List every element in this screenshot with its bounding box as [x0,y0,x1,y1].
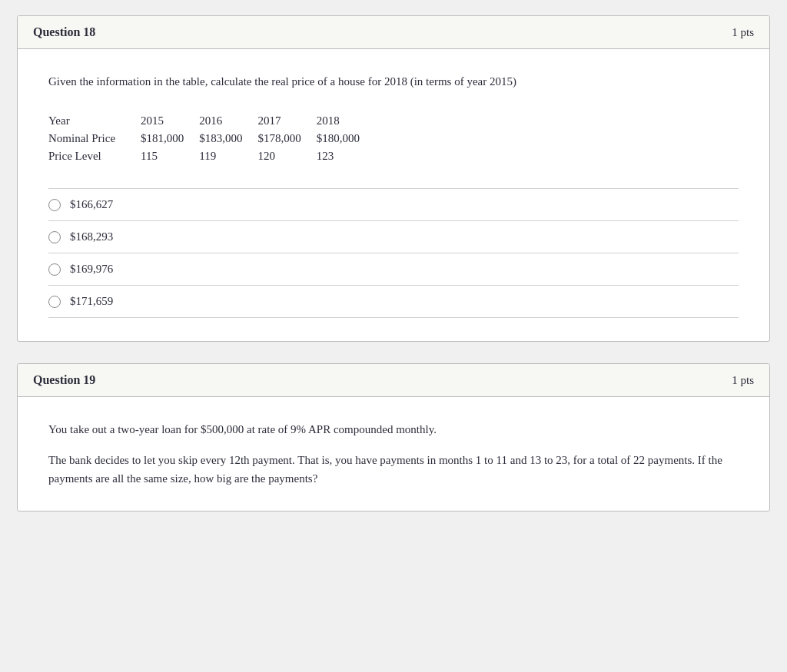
question-18-title: Question 18 [33,25,95,39]
table-row-year: Year 2015 2016 2017 2018 [48,112,375,130]
table-cell-nominal-label: Nominal Price [48,130,141,147]
table-cell-year-2018: 2018 [317,112,375,130]
option-2[interactable]: $168,293 [48,220,739,253]
question-18-header: Question 18 1 pts [18,16,769,49]
table-cell-pricelevel-2017: 120 [258,147,317,165]
option-4-label: $171,659 [70,295,113,308]
option-1[interactable]: $166,627 [48,188,739,220]
table-cell-year-2016: 2016 [199,112,257,130]
radio-option-2[interactable] [48,231,61,243]
option-1-label: $166,627 [70,198,113,211]
option-4[interactable]: $171,659 [48,285,739,318]
question-19-card: Question 19 1 pts You take out a two-yea… [17,363,770,511]
table-cell-nominal-2017: $178,000 [258,130,317,147]
radio-option-1[interactable] [48,199,61,211]
table-cell-pricelevel-2016: 119 [199,147,257,165]
question-18-table: Year 2015 2016 2017 2018 Nominal Price $… [48,112,375,165]
radio-option-4[interactable] [48,296,61,308]
question-19-text-line2: The bank decides to let you skip every 1… [48,451,739,488]
question-18-card: Question 18 1 pts Given the information … [17,15,770,342]
radio-option-3[interactable] [48,263,61,276]
question-19-title: Question 19 [33,373,95,387]
table-cell-nominal-2015: $181,000 [141,130,199,147]
table-row-price-level: Price Level 115 119 120 123 [48,147,375,165]
question-19-body: You take out a two-year loan for $500,00… [18,397,769,511]
option-3-label: $169,976 [70,263,113,276]
question-18-pts: 1 pts [732,26,754,39]
question-18-options: $166,627 $168,293 $169,976 $171,659 [48,188,739,318]
table-cell-year-2017: 2017 [258,112,317,130]
page-container: Question 18 1 pts Given the information … [17,15,770,511]
option-3[interactable]: $169,976 [48,253,739,285]
table-cell-nominal-2016: $183,000 [199,130,257,147]
question-18-text: Given the information in the table, calc… [48,72,739,91]
table-cell-year-2015: 2015 [141,112,199,130]
question-18-body: Given the information in the table, calc… [18,49,769,341]
table-cell-pricelevel-2018: 123 [317,147,375,165]
question-19-header: Question 19 1 pts [18,364,769,397]
question-19-pts: 1 pts [732,374,754,387]
option-2-label: $168,293 [70,230,113,243]
question-19-text-line1: You take out a two-year loan for $500,00… [48,420,739,439]
table-cell-year-label: Year [48,112,141,130]
table-cell-nominal-2018: $180,000 [317,130,375,147]
table-cell-pricelevel-label: Price Level [48,147,141,165]
table-cell-pricelevel-2015: 115 [141,147,199,165]
table-row-nominal: Nominal Price $181,000 $183,000 $178,000… [48,130,375,147]
